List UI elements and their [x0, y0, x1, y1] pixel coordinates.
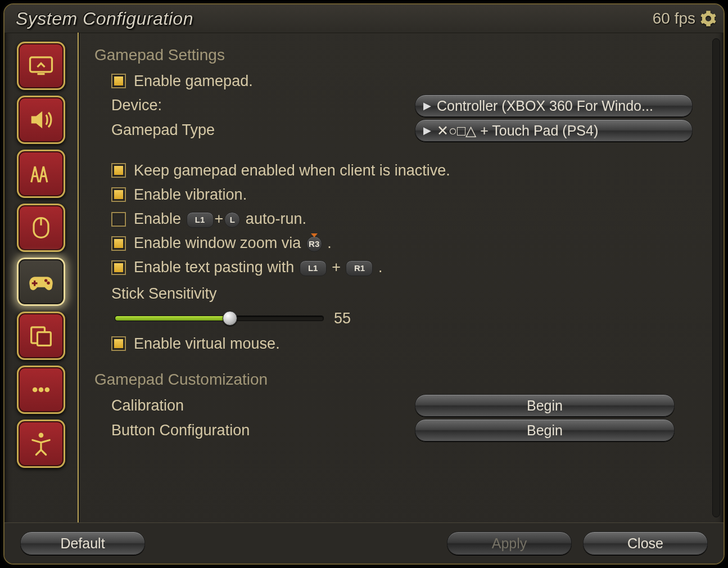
fps-counter: 60 fps — [653, 10, 695, 28]
label-enable-gamepad: Enable gamepad. — [134, 70, 253, 92]
dropdown-device-value: Controller (XBOX 360 For Windo... — [437, 96, 653, 116]
label-button-config: Button Configuration — [111, 420, 415, 441]
glyph-r1-icon: R1 — [346, 260, 373, 276]
sidebar-item-themes[interactable] — [17, 312, 65, 360]
glyph-l1-icon: L1 — [187, 212, 214, 228]
svg-rect-1 — [38, 73, 45, 75]
label-text-paste: Enable text pasting with L1 + R1 . — [134, 256, 382, 278]
section-heading-gamepad-customization: Gamepad Customization — [94, 368, 708, 391]
dropdown-arrow-icon: ▶ — [423, 123, 431, 138]
checkbox-window-zoom[interactable] — [111, 236, 126, 251]
svg-rect-7 — [38, 332, 51, 346]
titlebar: System Configuration 60 fps — [4, 4, 724, 33]
svg-rect-5 — [32, 282, 38, 284]
label-autorun: Enable L1+L auto-run. — [134, 208, 306, 230]
svg-point-3 — [47, 281, 49, 284]
glyph-r3-icon: R3 — [306, 236, 322, 252]
glyph-l1-icon: L1 — [300, 260, 327, 276]
svg-point-11 — [39, 433, 44, 438]
dropdown-device[interactable]: ▶ Controller (XBOX 360 For Windo... — [415, 94, 693, 117]
scrollbar[interactable] — [712, 38, 720, 517]
label-gamepad-type: Gamepad Type — [111, 119, 415, 141]
system-config-window: System Configuration 60 fps — [3, 3, 725, 565]
sidebar — [4, 33, 79, 523]
label-vibration: Enable vibration. — [134, 184, 247, 206]
label-window-zoom: Enable window zoom via R3 . — [134, 232, 332, 254]
label-virtual-mouse: Enable virtual mouse. — [134, 333, 280, 355]
checkbox-text-paste[interactable] — [111, 260, 126, 275]
sidebar-item-accessibility[interactable] — [17, 420, 65, 468]
window-title: System Configuration — [16, 8, 653, 29]
section-heading-gamepad-settings: Gamepad Settings — [94, 44, 708, 67]
label-stick-sensitivity: Stick Sensitivity — [111, 283, 708, 305]
content-pane: Gamepad Settings Enable gamepad. Device:… — [79, 33, 724, 523]
stick-sensitivity-value: 55 — [334, 308, 351, 330]
dropdown-gamepad-type[interactable]: ▶ ✕○□△ + Touch Pad (PS4) — [415, 119, 693, 142]
settings-gear-icon[interactable] — [699, 9, 718, 28]
sidebar-item-other[interactable] — [17, 366, 65, 414]
checkbox-enable-gamepad[interactable] — [111, 74, 126, 88]
svg-point-10 — [45, 387, 50, 393]
button-config-begin[interactable]: Begin — [415, 419, 675, 441]
svg-point-9 — [39, 387, 44, 393]
checkbox-virtual-mouse[interactable] — [111, 336, 126, 351]
dropdown-gamepad-type-value: ✕○□△ + Touch Pad (PS4) — [437, 120, 598, 141]
label-keep-enabled: Keep gamepad enabled when client is inac… — [134, 160, 450, 182]
checkbox-vibration[interactable] — [111, 187, 126, 202]
glyph-l-icon: L — [224, 212, 240, 228]
sidebar-item-gamepad[interactable] — [17, 258, 65, 306]
button-close[interactable]: Close — [583, 531, 708, 555]
slider-stick-sensitivity[interactable] — [115, 315, 324, 321]
checkbox-autorun[interactable] — [111, 212, 126, 227]
sidebar-item-mouse[interactable] — [17, 204, 65, 252]
sidebar-item-display[interactable] — [17, 42, 65, 90]
label-calibration: Calibration — [111, 395, 415, 417]
button-default[interactable]: Default — [20, 531, 145, 555]
sidebar-item-sound[interactable] — [17, 96, 65, 144]
button-apply[interactable]: Apply — [447, 531, 572, 555]
dropdown-arrow-icon: ▶ — [423, 98, 431, 113]
svg-point-2 — [44, 279, 47, 282]
button-calibration-begin[interactable]: Begin — [415, 394, 675, 417]
checkbox-keep-enabled[interactable] — [111, 163, 126, 178]
sidebar-item-graphics[interactable] — [17, 150, 65, 198]
svg-point-8 — [33, 387, 38, 393]
label-device: Device: — [111, 94, 415, 116]
slider-thumb[interactable] — [223, 311, 237, 326]
footer: Default Apply Close — [4, 522, 724, 564]
